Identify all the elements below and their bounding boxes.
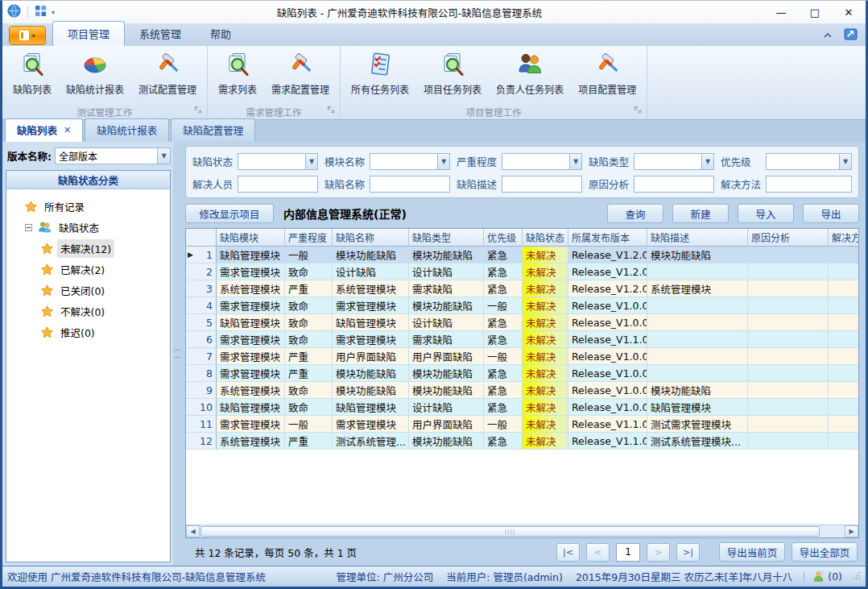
cell-status[interactable]: 未解决 — [523, 365, 568, 382]
horizontal-scrollbar[interactable]: ◀ |||| ▶ — [186, 525, 858, 537]
cell-priority[interactable]: 紧急 — [484, 314, 523, 331]
grid-column-header[interactable]: 缺陷描述 — [647, 229, 748, 247]
cell-description[interactable]: 模块功能缺陷 — [647, 382, 748, 399]
filter-combo[interactable]: ▼ — [634, 153, 714, 170]
cell-version[interactable]: Release_V1.2.0 — [568, 280, 647, 297]
cell-status[interactable]: 未解决 — [523, 382, 568, 399]
cell-solution[interactable] — [829, 331, 858, 348]
filter-input[interactable] — [766, 176, 852, 193]
cell-type[interactable]: 需求缺陷 — [409, 331, 484, 348]
scroll-left-icon[interactable]: ◀ — [186, 525, 200, 537]
cell-analysis[interactable] — [748, 348, 829, 365]
cell-analysis[interactable] — [748, 314, 829, 331]
grid-column-header[interactable]: 缺陷名称 — [333, 229, 409, 247]
ribbon-button[interactable]: 测试配置管理 — [131, 49, 204, 98]
cell-name[interactable]: 需求管理模块 — [333, 416, 409, 433]
cell-analysis[interactable] — [748, 416, 829, 433]
maximize-button[interactable]: □ — [798, 1, 832, 23]
dialog-launcher-icon[interactable] — [327, 105, 335, 116]
close-button[interactable]: ✕ — [832, 1, 866, 23]
filter-input[interactable] — [370, 176, 450, 193]
row-number-cell[interactable]: 8 — [186, 365, 217, 382]
cell-severity[interactable]: 致命 — [285, 331, 333, 348]
tree-item-7[interactable]: 推迟(0) — [10, 321, 167, 342]
resize-grip-icon[interactable] — [852, 570, 861, 583]
filter-input[interactable] — [502, 176, 582, 193]
minimize-button[interactable]: — — [764, 1, 798, 23]
collapse-ribbon-icon[interactable] — [823, 30, 833, 41]
cell-description[interactable] — [647, 263, 748, 280]
cell-severity[interactable]: 致命 — [285, 399, 333, 416]
cell-description[interactable]: 缺陷管理模块 — [647, 399, 748, 416]
new-button[interactable]: 新建 — [672, 204, 729, 223]
doc-tab-3[interactable]: 缺陷配置管理 — [171, 118, 255, 142]
export-current-page-button[interactable]: 导出当前页 — [719, 542, 785, 562]
export-button[interactable]: 导出 — [803, 204, 859, 223]
tree-item-2[interactable]: 缺陷状态 — [10, 217, 167, 238]
cell-severity[interactable]: 致命 — [285, 263, 333, 280]
tree-item-6[interactable]: 不解决(0) — [10, 301, 167, 321]
cell-description[interactable] — [647, 297, 748, 314]
cell-analysis[interactable] — [748, 297, 829, 314]
cell-description[interactable]: 测试需求管理模块 — [647, 416, 748, 433]
cell-module[interactable]: 缺陷管理模块 — [217, 314, 285, 331]
cell-name[interactable]: 需求管理模块 — [333, 297, 409, 314]
cell-type[interactable]: 需求缺陷 — [409, 280, 484, 297]
cell-solution[interactable] — [829, 416, 858, 433]
cell-solution[interactable] — [829, 314, 858, 331]
cell-status[interactable]: 未解决 — [523, 297, 568, 314]
ribbon-button[interactable]: 项目任务列表 — [416, 49, 489, 98]
cell-module[interactable]: 需求管理模块 — [217, 331, 285, 348]
cell-solution[interactable] — [829, 382, 858, 399]
import-button[interactable]: 导入 — [738, 204, 794, 223]
cell-module[interactable]: 系统管理模块 — [217, 280, 285, 297]
tree-item-5[interactable]: 已关闭(0) — [10, 280, 167, 301]
collapse-expander-icon[interactable] — [25, 224, 32, 231]
cell-analysis[interactable] — [748, 382, 829, 399]
sidebar-splitter[interactable]: ⋮⋮ — [173, 142, 180, 566]
cell-status[interactable]: 未解决 — [523, 314, 568, 331]
cell-analysis[interactable] — [748, 280, 829, 297]
cell-name[interactable]: 系统管理模块 — [333, 280, 409, 297]
cell-severity[interactable]: 致命 — [285, 382, 333, 399]
cell-priority[interactable]: 紧急 — [484, 433, 523, 450]
query-button[interactable]: 查询 — [607, 204, 663, 223]
grid-column-header[interactable]: 所属发布版本 — [568, 229, 647, 247]
cell-priority[interactable]: 一般 — [484, 348, 523, 365]
filter-combo[interactable]: ▼ — [370, 153, 450, 170]
cell-description[interactable] — [647, 314, 748, 331]
cell-analysis[interactable] — [748, 263, 829, 280]
chevron-down-icon[interactable]: ▼ — [437, 154, 449, 169]
cell-version[interactable]: Release_V1.0.0 — [568, 399, 647, 416]
cell-description[interactable] — [647, 365, 748, 382]
layout-grid-icon[interactable] — [35, 5, 47, 19]
row-number-cell[interactable]: 6 — [186, 331, 217, 348]
first-page-button[interactable]: |< — [556, 543, 580, 562]
modify-display-items-button[interactable]: 修改显示项目 — [185, 204, 274, 223]
cell-name[interactable]: 缺陷管理模块 — [333, 314, 409, 331]
chevron-down-icon[interactable]: ▼ — [701, 154, 713, 169]
cell-type[interactable]: 设计缺陷 — [409, 399, 484, 416]
cell-status[interactable]: 未解决 — [523, 331, 568, 348]
cell-solution[interactable] — [829, 247, 858, 263]
grid-column-header[interactable]: 缺陷状态 — [523, 229, 568, 247]
cell-version[interactable]: Release_V1.0.0 — [568, 382, 647, 399]
cell-module[interactable]: 系统管理模块 — [217, 433, 285, 450]
cell-type[interactable]: 模块功能缺陷 — [409, 297, 484, 314]
cell-type[interactable]: 用户界面缺陷 — [409, 348, 484, 365]
cell-status[interactable]: 未解决 — [523, 263, 568, 280]
row-number-cell[interactable]: ▶1 — [186, 247, 217, 263]
cell-priority[interactable]: 一般 — [484, 416, 523, 433]
cell-description[interactable] — [647, 331, 748, 348]
dialog-launcher-icon[interactable] — [634, 105, 642, 116]
doc-tab-1[interactable]: 缺陷列表✕ — [5, 118, 83, 142]
app-menu-button[interactable]: ▾ — [9, 26, 46, 45]
cell-version[interactable]: Release_V1.0.0 — [568, 348, 647, 365]
cell-description[interactable]: 模块功能缺陷 — [647, 247, 748, 263]
tree-item-1[interactable]: 所有记录 — [10, 196, 167, 217]
doc-tab-2[interactable]: 缺陷统计报表 — [85, 118, 169, 142]
cell-name[interactable]: 用户界面缺陷 — [333, 348, 409, 365]
cell-name[interactable]: 模块功能缺陷 — [333, 382, 409, 399]
cell-status[interactable]: 未解决 — [523, 348, 568, 365]
cell-type[interactable]: 模块功能缺陷 — [409, 247, 484, 263]
